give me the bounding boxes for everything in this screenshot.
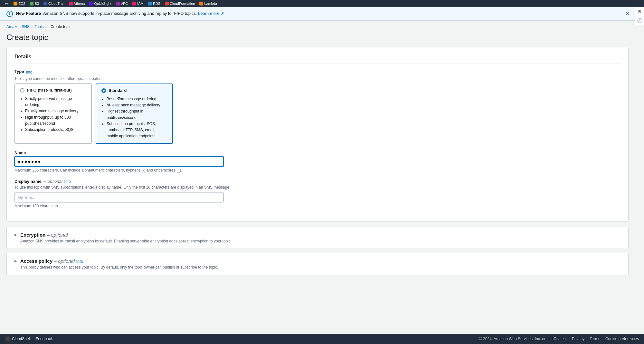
ec2-icon — [14, 2, 17, 5]
nav-item-rds[interactable]: RDS — [147, 2, 162, 5]
display-name-optional: – — [43, 179, 46, 184]
hamburger-button[interactable]: ☰ — [3, 1, 11, 6]
breadcrumb-current: Create topic — [51, 25, 71, 29]
nav-item-s3[interactable]: S3 — [28, 2, 40, 5]
breadcrumb: Amazon SNS › Topics › Create topic — [0, 21, 635, 32]
fifo-radio[interactable] — [20, 88, 24, 93]
notification-text: New Feature Amazon SNS now supports in-p… — [16, 10, 224, 17]
name-hint: Maximum 256 characters. Can include alph… — [14, 168, 620, 172]
notification-banner: i New Feature Amazon SNS now supports in… — [0, 7, 635, 21]
lambda-icon — [199, 2, 203, 5]
type-info-link[interactable]: Info — [26, 70, 32, 74]
access-policy-info-link[interactable]: Info — [76, 259, 83, 264]
nav-item-vpc[interactable]: VPC — [114, 2, 130, 5]
type-option-standard[interactable]: Standard Best-effort message ordering At… — [96, 84, 173, 144]
vpc-icon — [116, 2, 120, 5]
iam-icon — [132, 2, 136, 5]
type-label: Type — [14, 69, 24, 74]
right-sidebar-icons: ⚙ 🕐 — [635, 7, 644, 25]
access-policy-card: ▶ Access policy – optional Info This pol… — [6, 253, 629, 275]
nav-item-cloudformation[interactable]: CloudFormation — [163, 2, 196, 5]
s3-icon — [30, 2, 33, 5]
type-options: FIFO (first-in, first-out) Strictly-pres… — [14, 84, 620, 144]
standard-bullets: Best-effort message ordering At-least on… — [101, 96, 167, 139]
history-icon-button[interactable]: 🕐 — [635, 16, 644, 25]
standard-radio[interactable] — [101, 88, 106, 93]
top-nav: ☰ EC2 S3 CloudTrail Athena QuickSight VP… — [0, 0, 644, 7]
fifo-bullets: Strictly-preserved message ordering Exac… — [20, 96, 86, 133]
info-icon: i — [6, 11, 13, 17]
page-title: Create topic — [0, 32, 635, 47]
type-option-fifo[interactable]: FIFO (first-in, first-out) Strictly-pres… — [14, 84, 92, 144]
main-content: i New Feature Amazon SNS now supports in… — [0, 7, 635, 315]
encryption-title: Encryption – optional — [20, 232, 232, 238]
nav-item-quicksight[interactable]: QuickSight — [88, 2, 113, 5]
breadcrumb-separator-2: › — [47, 25, 48, 29]
quicksight-icon — [89, 2, 93, 5]
rds-icon — [148, 2, 152, 5]
nav-item-lambda[interactable]: Lambda — [198, 2, 219, 5]
standard-label: Standard — [109, 88, 127, 93]
details-card-title: Details — [14, 54, 620, 64]
settings-icon-button[interactable]: ⚙ — [635, 7, 644, 16]
display-name-hint: To use this topic with SMS subscriptions… — [14, 185, 620, 190]
cloudtrail-icon — [43, 2, 47, 5]
cloudformation-icon — [165, 2, 169, 5]
display-name-section: Display name – optional Info To use this… — [14, 179, 620, 208]
encryption-card: ▶ Encryption – optional Amazon SNS provi… — [6, 227, 629, 249]
name-input[interactable] — [14, 156, 224, 167]
display-name-label: Display name – optional Info — [14, 179, 620, 184]
fifo-label: FIFO (first-in, first-out) — [27, 88, 72, 93]
encryption-header[interactable]: ▶ Encryption – optional Amazon SNS provi… — [7, 227, 628, 249]
athena-icon — [69, 2, 73, 5]
nav-item-ec2[interactable]: EC2 — [12, 2, 27, 5]
name-label: Name — [14, 150, 620, 155]
encryption-expand-arrow: ▶ — [14, 233, 17, 237]
breadcrumb-topics-link[interactable]: Topics — [34, 25, 45, 29]
access-policy-header[interactable]: ▶ Access policy – optional Info This pol… — [7, 253, 628, 275]
access-policy-title: Access policy – optional Info — [20, 258, 218, 264]
nav-item-cloudtrail[interactable]: CloudTrail — [42, 2, 66, 5]
encryption-description: Amazon SNS provides in-transit encryptio… — [20, 239, 232, 243]
display-name-hint-below: Maximum 100 characters. — [14, 204, 620, 208]
breadcrumb-sns-link[interactable]: Amazon SNS — [6, 25, 30, 29]
type-section: Type Info Topic type cannot be modified … — [14, 69, 620, 144]
notification-close-button[interactable]: ✕ — [625, 10, 630, 17]
details-card: Details Type Info Topic type cannot be m… — [6, 47, 629, 221]
type-hint: Topic type cannot be modified after topi… — [14, 76, 620, 81]
breadcrumb-separator-1: › — [32, 25, 33, 29]
access-policy-expand-arrow: ▶ — [14, 259, 17, 263]
nav-item-iam[interactable]: IAM — [131, 2, 145, 5]
display-name-info-link[interactable]: Info — [64, 179, 71, 184]
display-name-input[interactable] — [14, 192, 224, 202]
access-policy-description: This policy defines who can access your … — [20, 265, 218, 270]
name-section: Name Maximum 256 characters. Can include… — [14, 150, 620, 172]
nav-item-athena[interactable]: Athena — [67, 2, 87, 5]
learn-more-link[interactable]: Learn more ↗ — [198, 11, 224, 16]
